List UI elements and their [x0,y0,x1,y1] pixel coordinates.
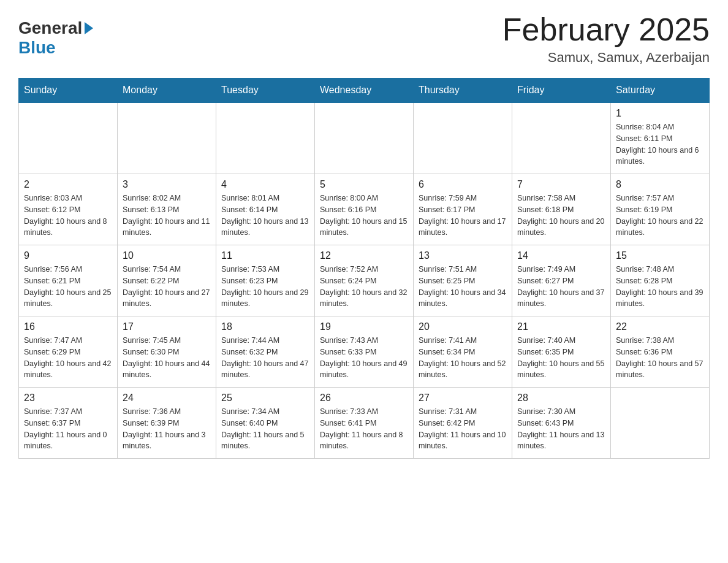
day-number: 28 [517,393,605,404]
day-number: 16 [24,321,112,332]
day-info: Sunrise: 7:41 AMSunset: 6:34 PMDaylight:… [419,335,507,381]
calendar-cell-w1-d6 [512,102,611,174]
calendar-cell-w1-d1 [19,102,118,174]
day-info: Sunrise: 8:04 AMSunset: 6:11 PMDaylight:… [616,121,704,167]
day-number: 5 [320,179,408,190]
calendar-cell-w3-d1: 9Sunrise: 7:56 AMSunset: 6:21 PMDaylight… [19,245,118,316]
day-info: Sunrise: 7:52 AMSunset: 6:24 PMDaylight:… [320,264,408,310]
calendar-cell-w1-d2 [118,102,216,174]
weekday-header-row: SundayMondayTuesdayWednesdayThursdayFrid… [19,79,710,103]
calendar-cell-w3-d6: 14Sunrise: 7:49 AMSunset: 6:27 PMDayligh… [512,245,611,316]
day-info: Sunrise: 7:43 AMSunset: 6:33 PMDaylight:… [320,335,408,381]
day-number: 1 [616,108,704,119]
calendar-cell-w3-d7: 15Sunrise: 7:48 AMSunset: 6:28 PMDayligh… [611,245,710,316]
day-number: 2 [24,179,112,190]
calendar-body: 1Sunrise: 8:04 AMSunset: 6:11 PMDaylight… [19,102,710,459]
calendar-cell-w4-d4: 19Sunrise: 7:43 AMSunset: 6:33 PMDayligh… [315,316,414,388]
calendar-cell-w5-d4: 26Sunrise: 7:33 AMSunset: 6:41 PMDayligh… [315,388,414,459]
calendar-cell-w3-d5: 13Sunrise: 7:51 AMSunset: 6:25 PMDayligh… [414,245,512,316]
day-info: Sunrise: 7:59 AMSunset: 6:17 PMDaylight:… [419,193,507,239]
calendar-cell-w2-d4: 5Sunrise: 8:00 AMSunset: 6:16 PMDaylight… [315,174,414,245]
day-number: 17 [123,321,211,332]
day-info: Sunrise: 8:03 AMSunset: 6:12 PMDaylight:… [24,193,112,239]
weekday-header-tuesday: Tuesday [216,79,315,103]
day-info: Sunrise: 7:57 AMSunset: 6:19 PMDaylight:… [616,193,704,239]
day-number: 18 [221,321,309,332]
weekday-header-monday: Monday [118,79,216,103]
day-number: 11 [221,250,309,261]
day-number: 23 [24,393,112,404]
calendar-week-3: 9Sunrise: 7:56 AMSunset: 6:21 PMDaylight… [19,245,710,316]
calendar-cell-w4-d7: 22Sunrise: 7:38 AMSunset: 6:36 PMDayligh… [611,316,710,388]
weekday-header-wednesday: Wednesday [315,79,414,103]
day-info: Sunrise: 7:33 AMSunset: 6:41 PMDaylight:… [320,406,408,452]
day-number: 24 [123,393,211,404]
calendar-cell-w4-d2: 17Sunrise: 7:45 AMSunset: 6:30 PMDayligh… [118,316,216,388]
day-info: Sunrise: 7:31 AMSunset: 6:42 PMDaylight:… [419,406,507,452]
day-info: Sunrise: 7:36 AMSunset: 6:39 PMDaylight:… [123,406,211,452]
calendar-cell-w1-d5 [414,102,512,174]
calendar-cell-w2-d6: 7Sunrise: 7:58 AMSunset: 6:18 PMDaylight… [512,174,611,245]
day-info: Sunrise: 7:38 AMSunset: 6:36 PMDaylight:… [616,335,704,381]
calendar-cell-w2-d7: 8Sunrise: 7:57 AMSunset: 6:19 PMDaylight… [611,174,710,245]
logo-arrow-icon [85,22,93,34]
day-number: 14 [517,250,605,261]
calendar-cell-w1-d3 [216,102,315,174]
calendar-cell-w3-d2: 10Sunrise: 7:54 AMSunset: 6:22 PMDayligh… [118,245,216,316]
weekday-header-sunday: Sunday [19,79,118,103]
calendar-cell-w2-d2: 3Sunrise: 8:02 AMSunset: 6:13 PMDaylight… [118,174,216,245]
day-info: Sunrise: 7:34 AMSunset: 6:40 PMDaylight:… [221,406,309,452]
title-section: February 2025 Samux, Samux, Azerbaijan [502,12,710,66]
day-number: 25 [221,393,309,404]
calendar-week-5: 23Sunrise: 7:37 AMSunset: 6:37 PMDayligh… [19,388,710,459]
day-number: 19 [320,321,408,332]
day-number: 13 [419,250,507,261]
day-info: Sunrise: 7:40 AMSunset: 6:35 PMDaylight:… [517,335,605,381]
day-number: 8 [616,179,704,190]
calendar-cell-w3-d3: 11Sunrise: 7:53 AMSunset: 6:23 PMDayligh… [216,245,315,316]
calendar-cell-w4-d1: 16Sunrise: 7:47 AMSunset: 6:29 PMDayligh… [19,316,118,388]
day-number: 4 [221,179,309,190]
page-header: General Blue February 2025 Samux, Samux,… [18,12,710,66]
calendar-cell-w5-d1: 23Sunrise: 7:37 AMSunset: 6:37 PMDayligh… [19,388,118,459]
day-number: 22 [616,321,704,332]
day-info: Sunrise: 7:48 AMSunset: 6:28 PMDaylight:… [616,264,704,310]
calendar-cell-w2-d1: 2Sunrise: 8:03 AMSunset: 6:12 PMDaylight… [19,174,118,245]
calendar-cell-w4-d6: 21Sunrise: 7:40 AMSunset: 6:35 PMDayligh… [512,316,611,388]
calendar-cell-w4-d5: 20Sunrise: 7:41 AMSunset: 6:34 PMDayligh… [414,316,512,388]
day-number: 15 [616,250,704,261]
day-number: 6 [419,179,507,190]
day-info: Sunrise: 8:02 AMSunset: 6:13 PMDaylight:… [123,193,211,239]
calendar-cell-w4-d3: 18Sunrise: 7:44 AMSunset: 6:32 PMDayligh… [216,316,315,388]
logo: General Blue [18,12,94,58]
day-info: Sunrise: 7:54 AMSunset: 6:22 PMDaylight:… [123,264,211,310]
calendar-cell-w5-d5: 27Sunrise: 7:31 AMSunset: 6:42 PMDayligh… [414,388,512,459]
weekday-header-thursday: Thursday [414,79,512,103]
calendar-cell-w1-d4 [315,102,414,174]
calendar-cell-w1-d7: 1Sunrise: 8:04 AMSunset: 6:11 PMDaylight… [611,102,710,174]
calendar-cell-w2-d3: 4Sunrise: 8:01 AMSunset: 6:14 PMDaylight… [216,174,315,245]
logo-general-text: General [18,18,82,38]
day-info: Sunrise: 7:51 AMSunset: 6:25 PMDaylight:… [419,264,507,310]
calendar-subtitle: Samux, Samux, Azerbaijan [502,50,710,66]
calendar-table: SundayMondayTuesdayWednesdayThursdayFrid… [18,78,710,459]
calendar-cell-w5-d7 [611,388,710,459]
day-number: 27 [419,393,507,404]
day-info: Sunrise: 7:53 AMSunset: 6:23 PMDaylight:… [221,264,309,310]
day-info: Sunrise: 8:01 AMSunset: 6:14 PMDaylight:… [221,193,309,239]
day-info: Sunrise: 7:58 AMSunset: 6:18 PMDaylight:… [517,193,605,239]
calendar-cell-w2-d5: 6Sunrise: 7:59 AMSunset: 6:17 PMDaylight… [414,174,512,245]
day-info: Sunrise: 7:56 AMSunset: 6:21 PMDaylight:… [24,264,112,310]
calendar-week-1: 1Sunrise: 8:04 AMSunset: 6:11 PMDaylight… [19,102,710,174]
calendar-week-4: 16Sunrise: 7:47 AMSunset: 6:29 PMDayligh… [19,316,710,388]
day-info: Sunrise: 8:00 AMSunset: 6:16 PMDaylight:… [320,193,408,239]
day-number: 9 [24,250,112,261]
day-number: 3 [123,179,211,190]
day-number: 12 [320,250,408,261]
weekday-header-friday: Friday [512,79,611,103]
weekday-header-saturday: Saturday [611,79,710,103]
day-info: Sunrise: 7:30 AMSunset: 6:43 PMDaylight:… [517,406,605,452]
day-info: Sunrise: 7:49 AMSunset: 6:27 PMDaylight:… [517,264,605,310]
calendar-header: SundayMondayTuesdayWednesdayThursdayFrid… [19,79,710,103]
day-number: 26 [320,393,408,404]
